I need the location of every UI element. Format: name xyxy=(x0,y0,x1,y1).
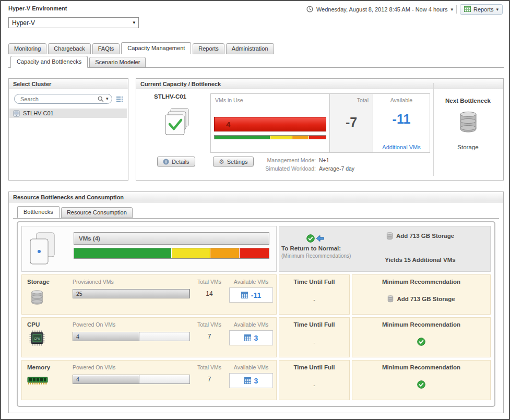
total-column: Total -7 xyxy=(329,94,373,152)
storage-icon xyxy=(434,110,502,134)
storage-metrics-cell: Storage Provisioned VMs 25 Total VMs 14 … xyxy=(21,274,277,315)
available-vms-box[interactable]: -11 xyxy=(229,287,273,303)
time-range-label[interactable]: Wednesday, August 8, 2012 8:45 AM - Now … xyxy=(316,6,448,13)
cpu-icon: CPU xyxy=(29,330,45,347)
cluster-list-item[interactable]: STLHV-C01 xyxy=(9,109,127,118)
available-label: Available xyxy=(373,97,430,103)
bar-value: 4 xyxy=(76,333,79,340)
row-name: CPU xyxy=(27,321,40,328)
search-input[interactable] xyxy=(19,95,96,103)
vms-group-bar[interactable]: VMs (4) xyxy=(74,232,269,245)
search-options-caret-icon[interactable]: ▾ xyxy=(106,97,109,101)
minimum-recommendation-label: Minimum Recommendation xyxy=(352,364,490,370)
memory-metrics-cell: Memory Powered On VMs 4 Total VMs xyxy=(21,360,277,400)
search-box: ▾ xyxy=(14,94,112,104)
tab-bottlenecks[interactable]: Bottlenecks xyxy=(17,206,60,218)
next-bottleneck-value: Storage xyxy=(434,144,502,150)
time-until-full-label: Time Until Full xyxy=(279,364,349,370)
total-vms-label: Total VMs xyxy=(192,279,227,285)
time-until-full-label: Time Until Full xyxy=(279,321,349,328)
memory-icon xyxy=(27,376,48,387)
summary-vms-cell: VMs (4) xyxy=(21,226,277,272)
available-vms-value: -11 xyxy=(251,291,261,299)
storage-mini-icon xyxy=(386,232,393,240)
hyperv-cluster-icon xyxy=(163,107,191,138)
tab-capacity-management[interactable]: Capacity Management xyxy=(121,42,191,54)
time-until-full-value: - xyxy=(279,382,349,388)
search-icon[interactable] xyxy=(98,96,104,102)
main-tabs: Monitoring Chargeback FAQts Capacity Man… xyxy=(8,42,274,54)
tab-resource-consumption[interactable]: Resource Consumption xyxy=(61,207,133,218)
advanced-list-button[interactable] xyxy=(116,95,124,103)
tab-scenario-modeler[interactable]: Scenario Modeler xyxy=(89,57,146,68)
tab-reports[interactable]: Reports xyxy=(193,43,224,54)
bar-fill xyxy=(73,290,189,298)
additional-vms-link[interactable]: Additional VMs xyxy=(373,144,430,150)
toolbar-divider xyxy=(456,5,457,14)
vms-in-use-bar: 4 xyxy=(214,117,326,131)
cluster-item-icon xyxy=(13,110,20,117)
next-bottleneck-label: Next Bottleneck xyxy=(434,98,502,104)
reports-caret-icon: ▾ xyxy=(496,7,499,12)
time-until-full-label: Time Until Full xyxy=(279,279,349,285)
tab-faqts[interactable]: FAQts xyxy=(92,43,120,54)
available-vms-box[interactable]: 3 xyxy=(229,330,273,345)
sub-tabs: Capacity and Bottlenecks Scenario Modele… xyxy=(8,56,504,68)
tab-administration[interactable]: Administration xyxy=(226,43,274,54)
details-button[interactable]: Details xyxy=(157,157,195,166)
bar-fill xyxy=(73,375,139,383)
simulated-workload-label: Simulated Workload: xyxy=(257,165,316,172)
cpu-time-until-full-cell: Time Until Full - xyxy=(279,317,350,357)
environment-selector-caret-icon: ▾ xyxy=(133,20,135,25)
vm-grid-icon xyxy=(244,377,251,384)
available-vms-box[interactable]: 3 xyxy=(229,373,273,388)
summary-recommendation: Add 713 GB Storage xyxy=(352,232,488,240)
reports-icon xyxy=(464,6,471,13)
available-vms-value: 3 xyxy=(254,334,258,342)
environment-selector[interactable]: Hyper-V ▾ xyxy=(8,17,139,28)
summary-yields-text: Yields 15 Additional VMs xyxy=(352,257,488,263)
time-range-caret-icon[interactable]: ▾ xyxy=(450,7,453,12)
min-recommendations-label: (Minimum Recommendations) xyxy=(281,253,351,259)
reports-button[interactable]: Reports ▾ xyxy=(460,4,503,15)
available-vms-label: Available VMs xyxy=(229,321,273,328)
resource-bottlenecks-panel: Resource Bottlenecks and Consumption Bot… xyxy=(8,191,504,413)
storage-mini-icon xyxy=(387,295,394,303)
summary-recommendation-text: Add 713 GB Storage xyxy=(396,233,454,239)
bottlenecks-content: VMs (4) To Return to Normal: (Minimum Re… xyxy=(17,221,495,407)
time-until-full-value: - xyxy=(279,296,349,303)
total-vms-value: 14 xyxy=(192,290,227,297)
total-value: -7 xyxy=(330,115,373,130)
vm-grid-icon xyxy=(241,292,248,298)
settings-button[interactable]: ⚙ Settings xyxy=(213,157,254,166)
select-cluster-title: Select Cluster xyxy=(9,79,128,89)
memory-recommendation-cell: Minimum Recommendation xyxy=(352,360,491,400)
cluster-item-label: STLHV-C01 xyxy=(23,110,54,116)
vms-in-use-column: VMs in Use 4 xyxy=(211,94,329,152)
bottleneck-tabs: Bottlenecks Resource Consumption xyxy=(13,206,499,219)
bar-value: 25 xyxy=(76,291,82,297)
available-vms-value: 3 xyxy=(254,377,258,385)
details-button-label: Details xyxy=(172,159,189,165)
provisioned-vms-bar: 25 xyxy=(73,289,190,298)
environment-selector-value: Hyper-V xyxy=(12,19,35,27)
svg-text:CPU: CPU xyxy=(34,337,40,340)
available-value: -11 xyxy=(373,112,430,127)
capacity-cluster-name: STLHV-C01 xyxy=(147,93,194,100)
memory-time-until-full-cell: Time Until Full - xyxy=(279,360,350,400)
tab-monitoring[interactable]: Monitoring xyxy=(8,43,46,54)
total-vms-value: 7 xyxy=(192,376,227,383)
bar-fill xyxy=(73,332,139,341)
storage-icon xyxy=(30,289,44,306)
summary-recommendation-cell: To Return to Normal: (Minimum Recommenda… xyxy=(279,226,491,272)
powered-on-vms-bar: 4 xyxy=(73,332,190,341)
tab-chargeback[interactable]: Chargeback xyxy=(48,43,90,54)
tab-capacity-and-bottlenecks[interactable]: Capacity and Bottlenecks xyxy=(10,56,88,68)
vms-group-label: VMs (4) xyxy=(79,235,100,242)
recommendation-ok-icon xyxy=(352,338,490,346)
time-range-clock-icon xyxy=(306,6,313,14)
metric-label: Provisioned VMs xyxy=(73,279,114,285)
total-label: Total xyxy=(357,97,369,103)
row-name: Memory xyxy=(27,364,50,370)
minimum-recommendation-label: Minimum Recommendation xyxy=(352,321,490,328)
